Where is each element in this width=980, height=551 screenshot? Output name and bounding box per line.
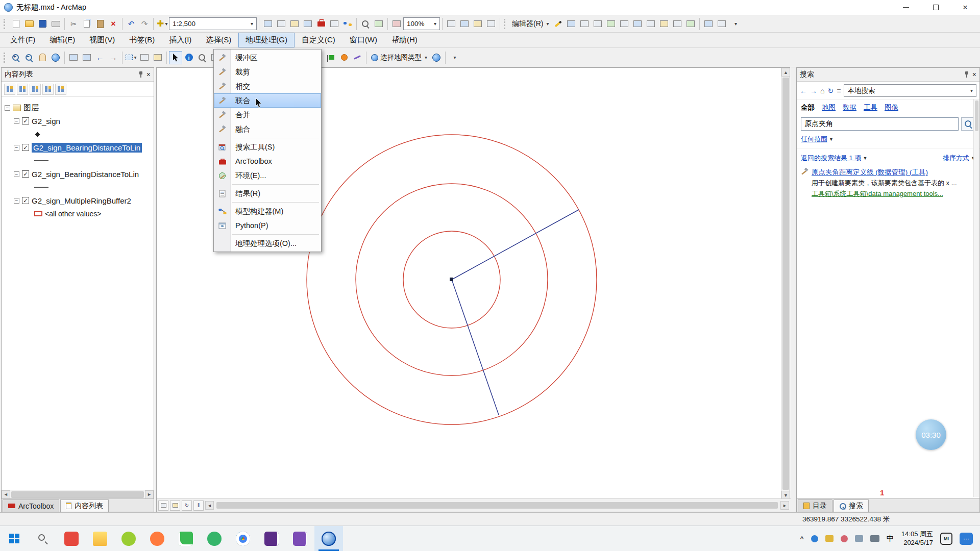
taskbar-app-arcmap-active[interactable] <box>314 526 343 551</box>
scroll-left-button[interactable] <box>205 501 214 510</box>
menu-file[interactable]: 文件(F) <box>3 33 42 47</box>
taskbar-app-security[interactable] <box>200 526 229 551</box>
layer-visibility-checkbox[interactable] <box>22 170 29 178</box>
layer-row[interactable]: G2_sign_BearingDistanceToLin <box>5 141 154 154</box>
search-result-item[interactable]: 原点夹角距离定义线 (数据管理) (工具) 用于创建新要素类，该新要素类包含基于… <box>797 166 979 201</box>
find-button[interactable] <box>195 51 209 64</box>
tray-expand-chevron[interactable] <box>800 535 804 542</box>
menu-customize[interactable]: 自定义(C) <box>295 33 342 47</box>
close-icon[interactable] <box>146 70 151 79</box>
tab-arctoolbox[interactable]: ArcToolbox <box>3 499 59 512</box>
edit-tool-button[interactable] <box>551 17 565 31</box>
editor-more-button[interactable] <box>728 17 742 31</box>
print-button[interactable] <box>49 17 62 31</box>
tab-maps[interactable]: 地图 <box>822 103 836 112</box>
menu-selection[interactable]: 选择(S) <box>199 33 238 47</box>
pixel-inspector-button[interactable] <box>390 17 403 31</box>
pan-button[interactable] <box>36 51 49 64</box>
scrollbar-thumb[interactable] <box>782 78 789 490</box>
pin-icon[interactable] <box>138 71 143 78</box>
index-options-button[interactable] <box>837 87 841 95</box>
collapse-icon[interactable] <box>14 171 19 177</box>
copy-button[interactable] <box>80 17 93 31</box>
toolbar-grip[interactable] <box>4 53 7 63</box>
layer-row[interactable]: G2_sign_MultipleRingBuffer2 <box>5 194 154 207</box>
identify-button[interactable]: i <box>182 51 195 64</box>
zoom-in-button[interactable] <box>9 51 22 64</box>
refresh-button[interactable] <box>827 87 834 95</box>
split-button[interactable] <box>671 17 684 31</box>
arctoolbox-window-button[interactable] <box>314 17 328 31</box>
layer-name[interactable]: G2_sign_BearingDistanceToLin <box>32 170 139 179</box>
list-by-visibility-button[interactable] <box>30 84 41 95</box>
catalog-window-button[interactable] <box>288 17 301 31</box>
reshape-button[interactable] <box>644 17 657 31</box>
table-of-contents-button[interactable] <box>275 17 288 31</box>
menu-help[interactable]: 帮助(H) <box>384 33 425 47</box>
fixed-zoom-out-button[interactable] <box>80 51 93 64</box>
taskbar-search-button[interactable] <box>29 526 57 551</box>
start-button[interactable] <box>0 526 29 551</box>
clear-selection-button[interactable] <box>138 51 151 64</box>
refresh-view-button[interactable] <box>182 500 192 511</box>
range-link[interactable]: 任何范围 <box>801 135 827 144</box>
taskbar-app-wechat[interactable] <box>172 526 200 551</box>
viewer-window-button[interactable] <box>372 17 385 31</box>
new-map-button[interactable] <box>9 17 22 31</box>
menu-edit[interactable]: 编辑(E) <box>42 33 82 47</box>
edit-vertices-button[interactable] <box>631 17 644 31</box>
tab-catalog[interactable]: 目录 <box>798 499 832 512</box>
tray-cloud-icon[interactable] <box>811 535 818 542</box>
menu-item-geoprocessing-options[interactable]: 地理处理选项(O)... <box>214 236 321 251</box>
menu-geoprocessing[interactable]: 地理处理(G) <box>238 33 295 47</box>
tab-contents-list[interactable]: 内容列表 <box>60 499 109 512</box>
sketch-properties-button[interactable] <box>715 17 728 31</box>
menu-item-clip[interactable]: 裁剪 <box>214 65 321 79</box>
menu-item-union[interactable]: 联合 <box>214 93 321 108</box>
layout-view-button[interactable] <box>170 500 180 511</box>
layer-name[interactable]: G2_sign_MultipleRingBuffer2 <box>32 196 131 205</box>
menu-item-environments[interactable]: 环境(E)... <box>214 168 321 183</box>
layer-name-selected[interactable]: G2_sign_BearingDistanceToLin <box>32 143 142 153</box>
scrollbar-thumb[interactable] <box>216 502 778 509</box>
redo-button[interactable] <box>138 17 151 31</box>
scrollbar-thumb[interactable] <box>11 491 144 498</box>
python-window-button[interactable] <box>328 17 341 31</box>
sketch-button[interactable] <box>351 51 364 64</box>
tab-data[interactable]: 数据 <box>843 103 856 112</box>
menu-item-merge[interactable]: 合并 <box>214 108 321 122</box>
close-icon[interactable] <box>972 70 976 79</box>
scroll-right-button[interactable] <box>145 490 154 499</box>
menu-item-python[interactable]: Python(P) <box>214 218 321 233</box>
forward-extent-button[interactable] <box>107 51 120 64</box>
volume-icon[interactable] <box>870 535 879 542</box>
zoom-out-button[interactable] <box>22 51 36 64</box>
menu-item-modelbuilder[interactable]: 模型构建器(M) <box>214 204 321 218</box>
map-settings-button[interactable] <box>430 51 443 64</box>
undo-button[interactable] <box>125 17 138 31</box>
scrollbar-thumb[interactable] <box>975 101 978 131</box>
taskbar-clock[interactable]: 14:05 周五 2024/5/17 <box>901 530 933 547</box>
select-by-attributes-button[interactable] <box>151 51 164 64</box>
chat-notifications-icon[interactable] <box>960 533 973 545</box>
menu-bookmarks[interactable]: 书签(B) <box>122 33 162 47</box>
reports-button[interactable] <box>471 17 484 31</box>
menu-insert[interactable]: 插入(I) <box>162 33 199 47</box>
graphs-button[interactable] <box>458 17 471 31</box>
collapse-icon[interactable] <box>5 105 10 111</box>
map-scale-combo[interactable]: 1:2,500 <box>169 17 257 30</box>
save-button[interactable] <box>36 17 49 31</box>
map-vertical-scrollbar[interactable] <box>781 68 790 499</box>
menu-item-search-for-tools[interactable]: 搜索工具(S) <box>214 140 321 154</box>
layer-row[interactable]: G2_sign <box>5 114 154 128</box>
endpoint-arc-button[interactable] <box>591 17 604 31</box>
tab-images[interactable]: 图像 <box>885 103 898 112</box>
paste-button[interactable] <box>93 17 107 31</box>
toolbar-grip[interactable] <box>504 19 507 29</box>
attributes-button[interactable] <box>702 17 715 31</box>
toolbar-grip[interactable] <box>4 19 7 29</box>
data-view-button[interactable] <box>158 500 168 511</box>
list-by-drawing-order-button[interactable] <box>4 84 15 95</box>
zoom-percent-combo[interactable]: 100% <box>403 17 440 30</box>
select-elements-button[interactable] <box>169 51 182 64</box>
